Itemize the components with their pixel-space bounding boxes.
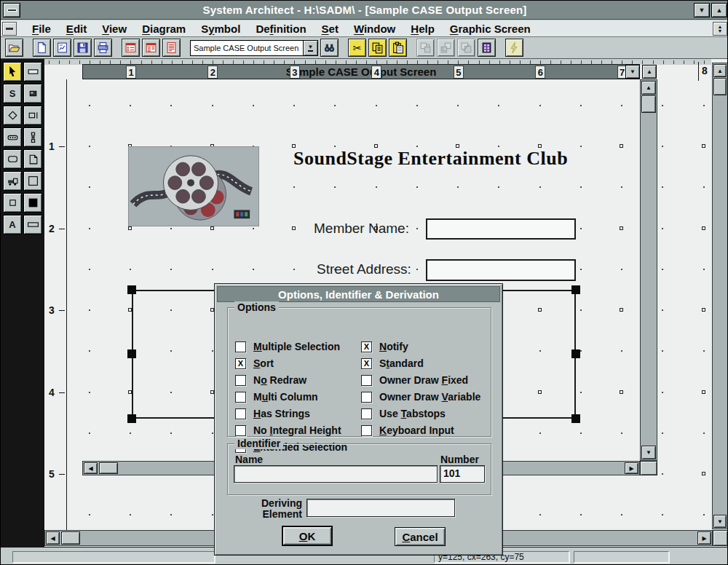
checkbox-multi-column[interactable] — [235, 392, 246, 403]
deriving-element-input[interactable] — [306, 499, 455, 517]
menu-item-symbol[interactable]: Symbol — [201, 23, 240, 35]
smallsquare-icon — [7, 197, 19, 209]
checkbox-row-no-integral-height: No Integral Height — [235, 424, 341, 436]
outer-scroll-up-button[interactable]: ▲ — [713, 64, 727, 77]
restore-button[interactable]: ▲▼ — [713, 22, 727, 36]
grid-button[interactable] — [478, 39, 496, 57]
vruler-number-1: 1 — [49, 141, 55, 152]
select-tool[interactable] — [3, 62, 22, 82]
outer-vscroll-thumb[interactable] — [713, 78, 727, 95]
ruler-tick — [49, 60, 50, 64]
menu-item-edit[interactable]: Edit — [66, 23, 87, 35]
name-input[interactable] — [234, 465, 438, 483]
maximize-button[interactable]: ▲ — [711, 3, 727, 17]
open-button[interactable] — [5, 39, 23, 57]
checkbox-sort[interactable]: X — [235, 358, 246, 369]
checkbox-no-integral-height[interactable] — [235, 425, 246, 436]
checkbox-use-tabstops[interactable] — [361, 408, 372, 419]
film-reel-image[interactable] — [128, 146, 259, 226]
rounded-rect-tool[interactable] — [3, 149, 22, 169]
ok-button[interactable]: OK — [282, 526, 333, 546]
checkbox-notify[interactable]: X — [361, 341, 372, 352]
child-scroll-left-button[interactable]: ◀ — [84, 462, 98, 474]
menu-item-help[interactable]: Help — [411, 23, 435, 35]
child-vertical-scrollbar[interactable]: ▲ ▼ — [640, 79, 657, 461]
child-scroll-right-button[interactable]: ▶ — [625, 462, 638, 474]
cancel-button[interactable]: Cancel — [395, 527, 446, 546]
media-tool[interactable] — [3, 171, 22, 191]
member-name-field[interactable] — [426, 218, 576, 240]
grid-dot — [376, 186, 377, 188]
selection-handle[interactable] — [571, 349, 580, 358]
outer-hscroll-thumb[interactable] — [61, 532, 80, 545]
selection-handle[interactable] — [571, 414, 580, 423]
checkbox-owner-draw-fixed[interactable] — [361, 375, 372, 386]
paste-button[interactable] — [389, 39, 407, 57]
selection-handle[interactable] — [571, 285, 580, 294]
checkbox-row-use-tabstops: Use Tabstops — [361, 408, 446, 419]
menu-item-view[interactable]: View — [102, 23, 127, 35]
document-menu-button[interactable] — [2, 22, 17, 36]
menu-item-set[interactable]: Set — [322, 23, 339, 35]
grid-dot — [253, 105, 254, 106]
vertical-dots-tool[interactable] — [23, 127, 42, 147]
checkbox-has-strings[interactable] — [235, 408, 246, 419]
string-tool[interactable]: S — [3, 84, 22, 103]
selection-handle[interactable] — [127, 349, 136, 358]
toolbar: Sample CASE Output Screen (Gra▼✂ — [1, 37, 728, 59]
street-address-field[interactable] — [426, 259, 576, 281]
definition-table-button[interactable] — [142, 39, 160, 57]
print-button[interactable] — [94, 39, 112, 57]
copy-button[interactable] — [368, 39, 387, 57]
menu-item-file[interactable]: File — [32, 23, 51, 35]
outer-scroll-down-button[interactable]: ▼ — [713, 515, 727, 528]
checkbox-no-redraw[interactable] — [235, 375, 246, 386]
page-tool[interactable] — [23, 149, 42, 169]
checkbox-owner-draw-variable[interactable] — [361, 392, 372, 403]
checkbox-multiple-selection[interactable] — [235, 341, 246, 352]
selection-handle[interactable] — [127, 414, 136, 423]
outer-scroll-left-button[interactable]: ◀ — [46, 532, 60, 545]
child-maximize-button[interactable]: ▲ — [642, 65, 657, 79]
menu-item-window[interactable]: Window — [354, 23, 395, 35]
diamond-tool[interactable] — [3, 106, 22, 125]
minimize-button[interactable]: ▼ — [694, 3, 710, 17]
system-menu-button[interactable] — [3, 3, 20, 17]
new-document-button[interactable] — [33, 39, 51, 57]
filled-square-tool[interactable] — [23, 193, 42, 213]
diagram-document-button[interactable] — [53, 39, 71, 57]
big-square-tool[interactable] — [23, 171, 42, 191]
button-tool[interactable] — [23, 62, 42, 82]
checkbox-standard[interactable]: X — [361, 358, 372, 369]
cut-button[interactable]: ✂ — [348, 39, 366, 57]
vruler-tick — [59, 310, 65, 311]
definition-list-button[interactable] — [122, 39, 140, 57]
rect-tick-tool[interactable] — [23, 106, 42, 125]
child-vscroll-thumb[interactable] — [641, 95, 656, 113]
small-rect-tool[interactable] — [23, 84, 42, 103]
definition-document-button[interactable] — [162, 39, 181, 57]
number-input[interactable]: 101 — [440, 465, 485, 483]
text-tool[interactable]: A — [3, 215, 22, 234]
find-button[interactable] — [320, 39, 339, 57]
selection-handle[interactable] — [127, 285, 136, 294]
child-minimize-button[interactable]: ▼ — [625, 65, 640, 79]
execute-button[interactable] — [505, 39, 523, 57]
menu-item-graphic-screen[interactable]: Graphic Screen — [450, 23, 531, 35]
small-square-tool[interactable] — [3, 193, 22, 213]
flat-rect-tool[interactable] — [23, 215, 42, 234]
grid-dot — [620, 390, 623, 394]
menu-item-diagram[interactable]: Diagram — [142, 23, 186, 35]
child-hscroll-thumb[interactable] — [99, 462, 118, 474]
ruler-tick — [694, 60, 695, 64]
outer-vertical-scrollbar[interactable]: ▲ ▼ — [712, 63, 728, 529]
pill-tool[interactable] — [3, 127, 22, 147]
checkbox-keyboard-input[interactable] — [361, 425, 372, 436]
diagram-select-combobox[interactable]: Sample CASE Output Screen (Gra▼ — [190, 40, 318, 56]
child-scroll-down-button[interactable]: ▼ — [641, 446, 656, 459]
combobox-dropdown-button[interactable]: ▼ — [303, 41, 317, 55]
outer-scroll-right-button[interactable]: ▶ — [697, 532, 711, 545]
child-scroll-up-button[interactable]: ▲ — [641, 81, 656, 95]
save-button[interactable] — [74, 39, 92, 57]
menu-item-definition[interactable]: Definition — [256, 23, 306, 35]
